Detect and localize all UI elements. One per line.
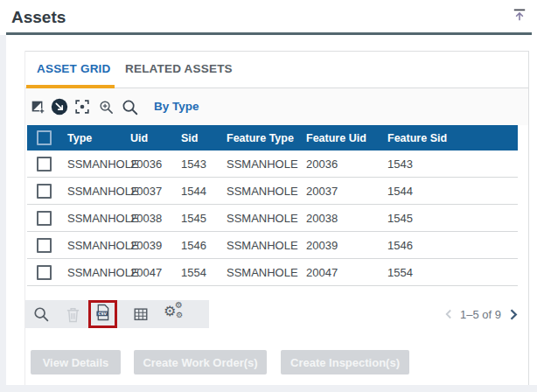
zoom-in-icon[interactable] [99, 100, 114, 118]
table-row[interactable]: SSMANHOLE 20036 1543 SSMANHOLE 20036 154… [27, 150, 518, 178]
table-row[interactable]: SSMANHOLE 20047 1554 SSMANHOLE 20047 155… [27, 259, 518, 286]
collapse-up-icon [512, 10, 527, 25]
panel-title: Assets [11, 8, 66, 27]
page-background-strip-left [0, 35, 6, 392]
cell-sid: 1554 [181, 259, 227, 286]
view-details-button[interactable]: View Details [31, 350, 121, 374]
cell-uid: 20039 [130, 232, 181, 259]
delete-icon[interactable] [66, 306, 80, 326]
cell-feature-sid: 1545 [387, 205, 518, 232]
card-border [24, 51, 529, 52]
cell-sid: 1546 [181, 232, 227, 259]
cell-feature-sid: 1543 [387, 150, 518, 178]
cell-feature-type: SSMANHOLE [227, 232, 306, 259]
column-header-type[interactable]: Type [67, 125, 130, 150]
cell-uid: 20036 [130, 150, 181, 178]
cell-feature-sid: 1554 [387, 259, 518, 286]
grid-toolbar: By Type [25, 88, 528, 125]
cell-type: SSMANHOLE [67, 150, 130, 178]
assets-panel: Assets ASSET GRID RELATED ASSETS [0, 0, 537, 392]
table-columns-icon[interactable] [133, 306, 149, 326]
assets-table: Type Uid Sid Feature Type Feature Uid Fe… [27, 125, 518, 286]
grid-footer-toolbar: CSV ⚙ ⚙ ⚙ [25, 300, 209, 328]
page-range-label: 1–5 of 9 [460, 308, 501, 321]
create-inspections-button[interactable]: Create Inspection(s) [281, 350, 409, 374]
cell-feature-uid: 20036 [306, 150, 387, 178]
cell-sid: 1544 [181, 178, 227, 205]
cell-feature-uid: 20039 [306, 232, 387, 259]
cell-type: SSMANHOLE [67, 232, 130, 259]
row-checkbox[interactable] [37, 238, 52, 253]
page-background-strip-bottom [0, 385, 537, 392]
search-icon[interactable] [33, 306, 49, 326]
cell-feature-type: SSMANHOLE [227, 150, 306, 178]
pagination: 1–5 of 9 [444, 304, 532, 324]
table-row[interactable]: SSMANHOLE 20038 1545 SSMANHOLE 20038 154… [27, 205, 518, 232]
create-work-orders-button[interactable]: Create Work Order(s) [134, 350, 267, 374]
select-all-checkbox[interactable] [37, 130, 52, 145]
column-header-feature-sid[interactable]: Feature Sid [387, 125, 518, 150]
cell-feature-uid: 20047 [306, 259, 387, 286]
row-checkbox[interactable] [37, 211, 52, 226]
cell-feature-type: SSMANHOLE [227, 178, 306, 205]
row-checkbox[interactable] [37, 184, 52, 199]
cell-feature-uid: 20038 [306, 205, 387, 232]
svg-text:CSV: CSV [98, 312, 107, 316]
export-csv-icon[interactable]: CSV [95, 304, 110, 325]
next-page-icon[interactable] [509, 308, 518, 321]
cell-uid: 20047 [130, 259, 181, 286]
collapse-panel-button[interactable] [512, 7, 527, 23]
table-row[interactable]: SSMANHOLE 20039 1546 SSMANHOLE 20039 154… [27, 232, 518, 259]
column-header-feature-type[interactable]: Feature Type [227, 125, 306, 150]
column-header-uid[interactable]: Uid [130, 125, 181, 150]
table-row[interactable]: SSMANHOLE 20037 1544 SSMANHOLE 20037 154… [27, 178, 518, 205]
highlight-annotation-box: CSV [88, 300, 117, 328]
cell-sid: 1543 [181, 150, 227, 178]
pan-to-asset-icon[interactable] [51, 98, 68, 119]
cell-sid: 1545 [181, 205, 227, 232]
cell-type: SSMANHOLE [67, 178, 130, 205]
cell-feature-uid: 20037 [306, 178, 387, 205]
cell-type: SSMANHOLE [67, 205, 130, 232]
tab-asset-grid[interactable]: ASSET GRID [37, 62, 111, 75]
row-checkbox[interactable] [37, 265, 52, 280]
cell-uid: 20038 [130, 205, 181, 232]
card-border [528, 51, 529, 385]
cell-feature-sid: 1544 [387, 178, 518, 205]
cell-feature-type: SSMANHOLE [227, 205, 306, 232]
cell-uid: 20037 [130, 178, 181, 205]
cell-feature-type: SSMANHOLE [227, 259, 306, 286]
previous-page-icon[interactable] [444, 308, 452, 320]
row-checkbox[interactable] [37, 157, 52, 172]
flash-asset-icon[interactable] [31, 101, 45, 117]
zoom-to-asset-icon[interactable] [75, 100, 89, 117]
tab-related-assets[interactable]: RELATED ASSETS [125, 62, 233, 75]
title-divider [6, 32, 532, 35]
by-type-filter[interactable]: By Type [154, 100, 199, 113]
column-header-feature-uid[interactable]: Feature Uid [306, 125, 387, 150]
cell-type: SSMANHOLE [67, 259, 130, 286]
settings-gears-icon[interactable]: ⚙ ⚙ ⚙ [164, 302, 188, 326]
search-icon[interactable] [122, 99, 138, 119]
column-header-sid[interactable]: Sid [181, 125, 227, 150]
cell-feature-sid: 1546 [387, 232, 518, 259]
table-header-row: Type Uid Sid Feature Type Feature Uid Fe… [27, 125, 518, 150]
